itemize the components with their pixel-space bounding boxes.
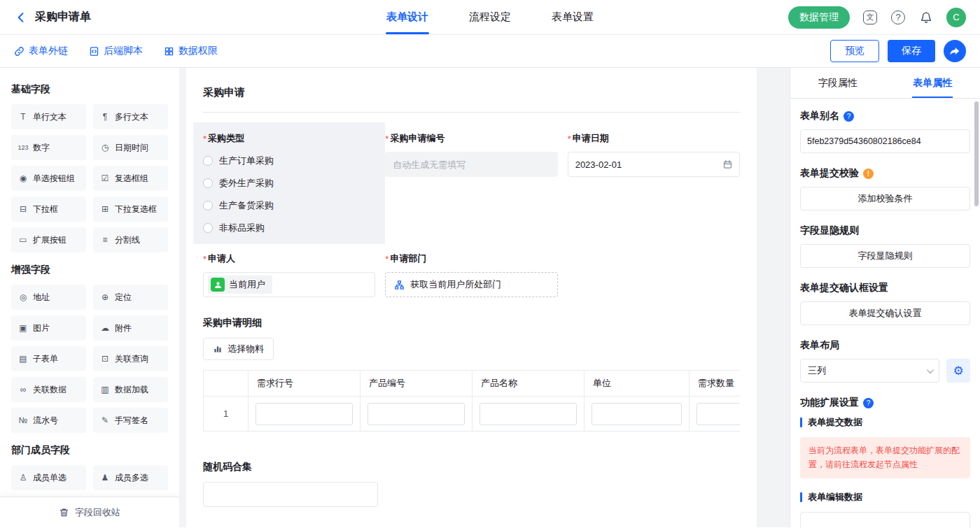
save-button[interactable]: 保存 — [888, 40, 935, 62]
field-item-single-text[interactable]: T单行文本 — [11, 104, 86, 129]
purchase-type-field[interactable]: *采购类型 生产订单采购 委外生产采购 生产备货采购 非标品采购 — [193, 122, 385, 244]
subform-icon: ▤ — [18, 354, 29, 364]
paragraph-icon: ¶ — [99, 112, 111, 122]
edit-data-input[interactable] — [800, 512, 970, 527]
field-item-number[interactable]: 123数字 — [11, 135, 86, 160]
add-validation-button[interactable]: 添加校验条件 — [800, 187, 970, 211]
radio-option[interactable]: 非标品采购 — [203, 222, 375, 234]
gear-icon[interactable]: ⚙ — [946, 359, 970, 383]
field-item-subform[interactable]: ▤子表单 — [11, 346, 86, 371]
apply-dept-field[interactable]: *申请部门 获取当前用户所处部门 — [385, 252, 557, 297]
apply-date-input[interactable] — [568, 152, 740, 177]
field-item-member-multi[interactable]: ♟成员多选 — [93, 465, 168, 490]
panel-scrollbar[interactable] — [974, 101, 979, 206]
image-icon: ▣ — [18, 323, 29, 333]
apply-date-field[interactable]: *申请日期 — [568, 132, 740, 234]
radio-icon[interactable] — [203, 156, 213, 166]
trash-icon — [59, 507, 69, 518]
field-item-serial-number[interactable]: №流水号 — [11, 408, 86, 433]
detail-cell-input[interactable] — [696, 403, 740, 425]
field-item-dropdown[interactable]: ⊟下拉框 — [11, 197, 86, 222]
tab-form-design[interactable]: 表单设计 — [386, 0, 428, 34]
submit-confirm-button[interactable]: 表单提交确认设置 — [800, 301, 970, 325]
tab-form-setting[interactable]: 表单设置 — [552, 0, 594, 34]
order-no-input[interactable] — [385, 152, 557, 177]
field-recycle-bin[interactable]: 字段回收站 — [0, 497, 179, 527]
radio-icon[interactable] — [203, 178, 213, 188]
help-icon[interactable]: ? — [890, 10, 906, 25]
field-item-linked-query[interactable]: ⊡关联查询 — [93, 346, 168, 371]
multi-dropdown-icon: ⊞ — [99, 204, 111, 214]
radio-icon[interactable] — [203, 223, 213, 233]
field-item-divider[interactable]: ≡分割线 — [93, 227, 168, 252]
app-header: 采购申请单 表单设计 流程设定 表单设置 数据管理 文 ? C — [0, 0, 980, 35]
share-icon — [949, 45, 960, 57]
display-rule-button[interactable]: 字段显隐规则 — [800, 244, 970, 268]
order-no-label: *采购申请编号 — [385, 132, 557, 145]
properties-panel: 字段属性 表单属性 表单别名 ? 表单提交校验 ! 添加校验条件 字段显隐规则 … — [790, 68, 980, 527]
dept-value-box[interactable]: 获取当前用户所处部门 — [385, 272, 557, 297]
detail-table-header-row: 需求行号 产品编号 产品名称 单位 需求数量 — [204, 371, 741, 397]
share-button[interactable] — [944, 40, 966, 62]
calendar-icon[interactable] — [722, 159, 733, 170]
backend-script-button[interactable]: 后端脚本 — [89, 45, 143, 57]
field-item-extend-button[interactable]: ▭扩展按钮 — [11, 227, 86, 252]
random-code-input[interactable] — [203, 482, 378, 507]
row-index-header — [204, 371, 248, 397]
field-item-member-single[interactable]: ♙成员单选 — [11, 465, 86, 490]
field-item-datetime[interactable]: ◷日期时间 — [93, 135, 168, 160]
field-item-multi-dropdown[interactable]: ⊞下拉复选框 — [93, 197, 168, 222]
help-icon[interactable]: ? — [844, 111, 854, 122]
applicant-label: *申请人 — [203, 252, 375, 265]
applicant-value-box[interactable]: 当前用户 — [203, 272, 375, 297]
tab-form-properties[interactable]: 表单属性 — [886, 68, 980, 98]
chart-icon: ▥ — [99, 385, 111, 394]
detail-cell-input[interactable] — [479, 403, 577, 425]
order-no-field[interactable]: *采购申请编号 — [385, 132, 557, 234]
member-field-grid: ♙成员单选 ♟成员多选 — [11, 465, 168, 490]
detail-cell-input[interactable] — [255, 403, 353, 425]
field-item-data-load[interactable]: ▥数据加载 — [93, 377, 168, 402]
applicant-field[interactable]: *申请人 当前用户 — [203, 252, 375, 297]
field-item-radio-group[interactable]: ◉单选按钮组 — [11, 166, 86, 191]
layout-select[interactable]: 三列 — [800, 359, 939, 383]
tab-flow-setting[interactable]: 流程设定 — [469, 0, 511, 34]
radio-icon[interactable] — [203, 201, 213, 211]
external-link-button[interactable]: 表单外链 — [14, 45, 68, 57]
form-canvas: 采购申请 *采购类型 生产订单采购 委外生产采购 生产备货采购 非标品采购 *采… — [179, 68, 790, 527]
linked-data-icon: ∞ — [18, 385, 29, 394]
detail-cell-input[interactable] — [592, 403, 682, 425]
radio-option[interactable]: 委外生产采购 — [203, 177, 375, 190]
section-member-fields: 部门成员字段 — [11, 444, 168, 457]
data-manage-button[interactable]: 数据管理 — [788, 6, 850, 29]
back-button[interactable] — [14, 10, 28, 24]
bell-icon[interactable] — [918, 10, 934, 25]
radio-option[interactable]: 生产备货采购 — [203, 199, 375, 212]
field-item-signature[interactable]: ✎手写签名 — [93, 408, 168, 433]
detail-cell-input[interactable] — [368, 403, 465, 425]
submit-data-subhead: 表单提交数据 — [800, 416, 970, 429]
field-item-address[interactable]: ◎地址 — [11, 285, 86, 310]
divider-icon: ≡ — [99, 235, 111, 245]
form-toolbar: 表单外链 后端脚本 数据权限 预览 保存 — [0, 35, 980, 68]
field-item-image[interactable]: ▣图片 — [11, 315, 86, 341]
field-library-sidebar: 基础字段 T单行文本 ¶多行文本 123数字 ◷日期时间 ◉单选按钮组 ☑复选框… — [0, 68, 179, 527]
field-item-location[interactable]: ⊕定位 — [93, 285, 168, 310]
field-item-attachment[interactable]: ☁附件 — [93, 315, 168, 341]
select-material-button[interactable]: 选择物料 — [203, 338, 274, 360]
col-header: 单位 — [584, 371, 690, 397]
apply-dept-label: *申请部门 — [385, 252, 557, 265]
tab-field-properties[interactable]: 字段属性 — [790, 68, 886, 98]
radio-option[interactable]: 生产订单采购 — [203, 155, 375, 167]
preview-button[interactable]: 预览 — [830, 40, 879, 62]
avatar[interactable]: C — [946, 8, 966, 27]
form-alias-input[interactable] — [800, 129, 970, 153]
data-permission-button[interactable]: 数据权限 — [164, 45, 218, 57]
detail-table: 需求行号 产品编号 产品名称 单位 需求数量 1 — [203, 370, 740, 431]
language-icon[interactable]: 文 — [862, 10, 878, 25]
field-item-multi-text[interactable]: ¶多行文本 — [93, 104, 168, 129]
field-item-linked-data[interactable]: ∞关联数据 — [11, 377, 86, 402]
help-icon[interactable]: ? — [863, 398, 874, 408]
field-item-checkbox-group[interactable]: ☑复选框组 — [93, 166, 168, 191]
current-user-tag[interactable]: 当前用户 — [208, 276, 272, 294]
